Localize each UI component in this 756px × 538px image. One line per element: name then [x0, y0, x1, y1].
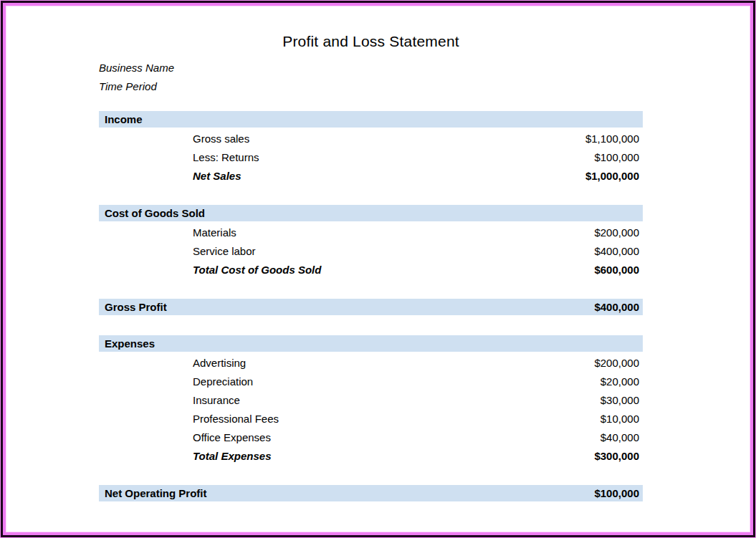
- section-header-label: Expenses: [105, 337, 155, 350]
- row-label: Office Expenses: [193, 431, 271, 443]
- section-header-label: Net Operating Profit: [105, 487, 207, 499]
- page-title: Profit and Loss Statement: [99, 33, 643, 50]
- section-rows: Advertising $200,000 Depreciation $20,00…: [99, 353, 643, 465]
- table-row-total: Total Cost of Goods Sold $600,000: [99, 260, 643, 279]
- row-label: Advertising: [193, 357, 246, 369]
- row-value: $30,000: [601, 394, 639, 406]
- row-label: Total Cost of Goods Sold: [193, 264, 321, 276]
- row-value: $10,000: [601, 413, 639, 425]
- business-name-placeholder: Business Name: [99, 58, 643, 77]
- row-label: Depreciation: [193, 375, 253, 388]
- section-header-expenses: Expenses: [99, 335, 643, 352]
- row-value: $200,000: [594, 357, 639, 369]
- section-header-label: Gross Profit: [105, 301, 167, 313]
- section-header-label: Income: [105, 113, 143, 125]
- section-header-value: $400,000: [594, 301, 639, 313]
- section-gross-profit: Gross Profit $400,000: [99, 299, 643, 315]
- table-row: Service labor $400,000: [99, 241, 643, 260]
- row-label: Service labor: [193, 245, 256, 257]
- row-label: Materials: [193, 226, 236, 239]
- section-header-net-operating-profit: Net Operating Profit $100,000: [99, 485, 643, 501]
- row-value: $20,000: [601, 375, 639, 388]
- page-border-inner-line: Profit and Loss Statement Business Name …: [3, 3, 753, 535]
- table-row: Office Expenses $40,000: [99, 428, 643, 446]
- row-value: $100,000: [594, 151, 639, 163]
- row-label: Insurance: [193, 394, 240, 406]
- section-rows: Gross sales $1,100,000 Less: Returns $10…: [99, 129, 643, 185]
- table-row: Gross sales $1,100,000: [99, 129, 643, 148]
- table-row-total: Total Expenses $300,000: [99, 446, 643, 465]
- section-rows: Materials $200,000 Service labor $400,00…: [99, 223, 643, 279]
- section-header-label: Cost of Goods Sold: [105, 207, 205, 219]
- table-row-total: Net Sales $1,000,000: [99, 166, 643, 185]
- row-value: $400,000: [594, 245, 639, 257]
- row-label: Professional Fees: [193, 413, 279, 425]
- section-expenses: Expenses Advertising $200,000 Depreciati…: [99, 335, 643, 465]
- row-label: Less: Returns: [193, 151, 259, 163]
- table-row: Depreciation $20,000: [99, 372, 643, 390]
- table-row: Advertising $200,000: [99, 353, 643, 372]
- page-border-dark-line: Profit and Loss Statement Business Name …: [1, 1, 755, 537]
- page-border-frame: Profit and Loss Statement Business Name …: [0, 0, 756, 538]
- section-header-income: Income: [99, 111, 643, 128]
- row-value: $1,100,000: [585, 133, 639, 145]
- statement-sheet: Profit and Loss Statement Business Name …: [99, 33, 643, 501]
- section-header-value: $100,000: [594, 487, 639, 499]
- section-header-gross-profit: Gross Profit $400,000: [99, 299, 643, 315]
- table-row: Less: Returns $100,000: [99, 148, 643, 166]
- section-cost-of-goods-sold: Cost of Goods Sold Materials $200,000 Se…: [99, 205, 643, 279]
- row-value: $40,000: [601, 431, 639, 443]
- row-label: Gross sales: [193, 133, 249, 145]
- table-row: Insurance $30,000: [99, 390, 643, 409]
- document-page: Profit and Loss Statement Business Name …: [6, 6, 750, 532]
- section-income: Income Gross sales $1,100,000 Less: Retu…: [99, 111, 643, 185]
- time-period-placeholder: Time Period: [99, 77, 643, 95]
- row-label: Net Sales: [193, 170, 241, 182]
- table-row: Materials $200,000: [99, 223, 643, 241]
- row-value: $1,000,000: [585, 170, 639, 182]
- row-value: $200,000: [594, 226, 639, 239]
- row-value: $300,000: [594, 450, 639, 462]
- table-row: Professional Fees $10,000: [99, 409, 643, 428]
- section-header-cogs: Cost of Goods Sold: [99, 205, 643, 221]
- section-net-operating-profit: Net Operating Profit $100,000: [99, 485, 643, 501]
- row-value: $600,000: [594, 264, 639, 276]
- row-label: Total Expenses: [193, 450, 271, 462]
